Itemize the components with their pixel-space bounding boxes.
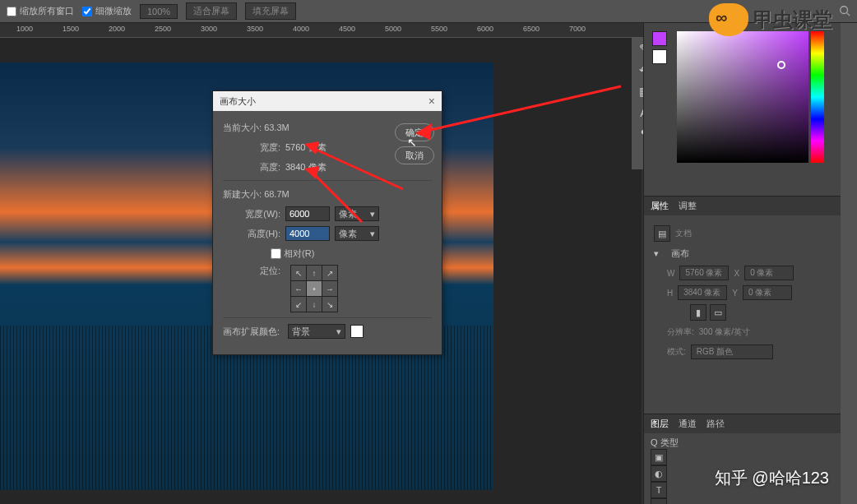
color-field[interactable] xyxy=(677,31,808,163)
orientation-portrait-icon[interactable]: ▮ xyxy=(690,304,706,321)
prop-x[interactable]: 0 像素 xyxy=(744,266,794,280)
height-input[interactable] xyxy=(285,226,330,241)
prop-width[interactable]: 5760 像素 xyxy=(679,266,729,280)
layers-panel: 图层 通道 路径 Q 类型 ▣ ◐ T ▭ ◫ 👁 背景 xyxy=(644,414,841,504)
prop-height[interactable]: 3840 像素 xyxy=(678,285,727,300)
fit-screen-button[interactable]: 适合屏幕 xyxy=(186,2,237,20)
new-size-label: 新建大小: xyxy=(223,188,262,201)
filter-shape-icon[interactable]: ▭ xyxy=(651,498,667,504)
dialog-titlebar[interactable]: 画布大小 × xyxy=(213,91,442,111)
color-panel xyxy=(644,23,841,196)
properties-panel: ▤文档 ▾ 画布 W5760 像素 X0 像素 H3840 像素 Y0 像素 ▮… xyxy=(644,215,841,370)
document-icon: ▤ xyxy=(654,225,670,242)
fill-screen-button[interactable]: 填充屏幕 xyxy=(245,2,296,20)
cur-height-value: 3840 像素 xyxy=(285,161,327,173)
tab-adjustments[interactable]: 调整 xyxy=(679,200,697,212)
tab-layers[interactable]: 图层 xyxy=(651,418,669,430)
relative-checkbox[interactable] xyxy=(271,248,281,259)
cur-height-label: 高度: xyxy=(223,161,280,173)
extension-color-swatch[interactable] xyxy=(350,325,364,338)
search-icon[interactable] xyxy=(839,5,850,18)
new-width-label: 宽度(W): xyxy=(223,208,280,220)
height-unit-select[interactable]: 像素▾ xyxy=(335,226,379,241)
orientation-landscape-icon[interactable]: ▭ xyxy=(710,304,726,321)
extension-color-select[interactable]: 背景▾ xyxy=(288,324,345,339)
cur-width-label: 宽度: xyxy=(223,141,280,154)
anchor-label: 定位: xyxy=(223,265,280,277)
svg-line-1 xyxy=(847,12,850,16)
filter-type-icon[interactable]: T xyxy=(651,482,667,498)
tab-properties[interactable]: 属性 xyxy=(651,200,669,212)
relative-label: 相对(R) xyxy=(284,247,314,260)
prop-y[interactable]: 0 像素 xyxy=(743,285,792,300)
tab-paths[interactable]: 路径 xyxy=(706,418,725,430)
canvas-group-toggle[interactable]: ▾ xyxy=(654,248,659,259)
width-input[interactable] xyxy=(285,206,330,221)
cursor-icon: ↖ xyxy=(407,136,417,149)
filter-adjust-icon[interactable]: ◐ xyxy=(651,465,667,482)
watermark-logo: 甲虫课堂 xyxy=(709,3,832,36)
anchor-grid[interactable]: ↖↑↗ ←•→ ↙↓↘ xyxy=(290,265,338,312)
fine-zoom-checkbox[interactable]: 细微缩放 xyxy=(82,5,132,17)
watermark-text: 知乎 @哈哈123 xyxy=(715,467,829,489)
new-height-label: 高度(H): xyxy=(223,228,280,240)
current-size-value: 63.3M xyxy=(264,123,290,132)
right-panel-stack: 属性 调整 ▤文档 ▾ 画布 W5760 像素 X0 像素 H3840 像素 Y… xyxy=(643,23,841,504)
prop-resolution: 300 像素/英寸 xyxy=(699,326,750,338)
close-icon[interactable]: × xyxy=(428,95,435,108)
layer-kind-filter[interactable]: Q 类型 xyxy=(651,437,679,447)
current-size-label: 当前大小: xyxy=(223,122,262,134)
hue-slider[interactable] xyxy=(811,31,824,163)
zoom-all-windows-checkbox[interactable]: 缩放所有窗口 xyxy=(7,5,74,17)
extension-color-label: 画布扩展颜色: xyxy=(223,326,280,338)
prop-mode-select[interactable]: RGB 颜色 xyxy=(691,344,773,359)
dialog-title: 画布大小 xyxy=(220,95,256,108)
document-label: 文档 xyxy=(675,228,692,239)
fg-bg-swatches[interactable] xyxy=(652,31,667,67)
width-unit-select[interactable]: 像素▾ xyxy=(335,206,379,221)
cur-width-value: 5760 像素 xyxy=(285,141,327,154)
filter-image-icon[interactable]: ▣ xyxy=(651,449,667,465)
zoom-pct-field[interactable]: 100% xyxy=(140,4,178,19)
properties-panel-tabs: 属性 调整 xyxy=(644,196,841,215)
new-size-value: 68.7M xyxy=(264,189,290,199)
svg-point-0 xyxy=(841,6,848,13)
tab-channels[interactable]: 通道 xyxy=(679,418,697,430)
cancel-button[interactable]: 取消 xyxy=(395,146,434,164)
collapsed-panel-dock[interactable] xyxy=(841,23,857,504)
